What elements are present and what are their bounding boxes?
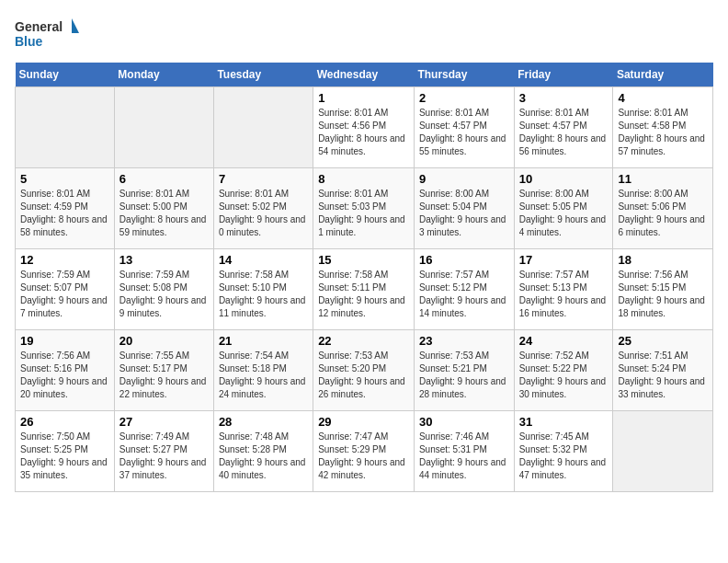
day-info: Sunrise: 8:00 AM Sunset: 5:06 PM Dayligh… bbox=[618, 188, 708, 239]
day-number: 31 bbox=[519, 415, 609, 429]
calendar-cell: 9Sunrise: 8:00 AM Sunset: 5:04 PM Daylig… bbox=[414, 168, 514, 249]
day-number: 28 bbox=[219, 415, 308, 429]
calendar-cell: 10Sunrise: 8:00 AM Sunset: 5:05 PM Dayli… bbox=[514, 168, 613, 249]
day-info: Sunrise: 8:00 AM Sunset: 5:04 PM Dayligh… bbox=[419, 188, 509, 239]
calendar-cell bbox=[114, 87, 213, 168]
day-number: 19 bbox=[20, 334, 109, 348]
calendar-cell bbox=[613, 411, 713, 492]
day-info: Sunrise: 7:47 AM Sunset: 5:29 PM Dayligh… bbox=[318, 431, 409, 482]
calendar-cell: 23Sunrise: 7:53 AM Sunset: 5:21 PM Dayli… bbox=[414, 330, 514, 411]
calendar-cell: 4Sunrise: 8:01 AM Sunset: 4:58 PM Daylig… bbox=[613, 87, 713, 168]
calendar-cell: 8Sunrise: 8:01 AM Sunset: 5:03 PM Daylig… bbox=[313, 168, 415, 249]
day-info: Sunrise: 7:57 AM Sunset: 5:13 PM Dayligh… bbox=[519, 269, 609, 320]
logo: General Blue bbox=[15, 15, 79, 55]
day-info: Sunrise: 7:57 AM Sunset: 5:12 PM Dayligh… bbox=[419, 269, 509, 320]
weekday-header-row: SundayMondayTuesdayWednesdayThursdayFrid… bbox=[16, 63, 713, 87]
day-info: Sunrise: 8:01 AM Sunset: 4:56 PM Dayligh… bbox=[318, 107, 409, 158]
day-number: 25 bbox=[618, 334, 708, 348]
calendar-cell: 11Sunrise: 8:00 AM Sunset: 5:06 PM Dayli… bbox=[613, 168, 713, 249]
calendar-cell: 25Sunrise: 7:51 AM Sunset: 5:24 PM Dayli… bbox=[613, 330, 713, 411]
weekday-thursday: Thursday bbox=[414, 63, 514, 87]
calendar-cell: 14Sunrise: 7:58 AM Sunset: 5:10 PM Dayli… bbox=[213, 249, 313, 330]
day-info: Sunrise: 7:58 AM Sunset: 5:11 PM Dayligh… bbox=[318, 269, 409, 320]
day-info: Sunrise: 7:52 AM Sunset: 5:22 PM Dayligh… bbox=[519, 350, 609, 401]
weekday-wednesday: Wednesday bbox=[313, 63, 415, 87]
day-number: 10 bbox=[519, 172, 609, 186]
calendar-cell: 13Sunrise: 7:59 AM Sunset: 5:08 PM Dayli… bbox=[114, 249, 213, 330]
calendar-cell: 15Sunrise: 7:58 AM Sunset: 5:11 PM Dayli… bbox=[313, 249, 415, 330]
day-info: Sunrise: 8:01 AM Sunset: 5:02 PM Dayligh… bbox=[219, 188, 308, 239]
week-row-1: 5Sunrise: 8:01 AM Sunset: 4:59 PM Daylig… bbox=[16, 168, 713, 249]
day-info: Sunrise: 8:01 AM Sunset: 4:58 PM Dayligh… bbox=[618, 107, 708, 158]
weekday-friday: Friday bbox=[514, 63, 613, 87]
weekday-tuesday: Tuesday bbox=[213, 63, 313, 87]
day-number: 22 bbox=[318, 334, 409, 348]
calendar-cell bbox=[16, 87, 115, 168]
calendar-cell: 29Sunrise: 7:47 AM Sunset: 5:29 PM Dayli… bbox=[313, 411, 415, 492]
day-number: 29 bbox=[318, 415, 409, 429]
calendar-table: SundayMondayTuesdayWednesdayThursdayFrid… bbox=[15, 63, 713, 492]
calendar-cell: 27Sunrise: 7:49 AM Sunset: 5:27 PM Dayli… bbox=[114, 411, 213, 492]
week-row-4: 26Sunrise: 7:50 AM Sunset: 5:25 PM Dayli… bbox=[16, 411, 713, 492]
calendar-cell: 2Sunrise: 8:01 AM Sunset: 4:57 PM Daylig… bbox=[414, 87, 514, 168]
day-info: Sunrise: 7:59 AM Sunset: 5:08 PM Dayligh… bbox=[119, 269, 209, 320]
day-info: Sunrise: 7:48 AM Sunset: 5:28 PM Dayligh… bbox=[219, 431, 308, 482]
day-number: 11 bbox=[618, 172, 708, 186]
calendar-cell: 22Sunrise: 7:53 AM Sunset: 5:20 PM Dayli… bbox=[313, 330, 415, 411]
day-info: Sunrise: 8:01 AM Sunset: 4:57 PM Dayligh… bbox=[519, 107, 609, 158]
day-info: Sunrise: 8:01 AM Sunset: 5:00 PM Dayligh… bbox=[119, 188, 209, 239]
day-number: 9 bbox=[419, 172, 509, 186]
day-info: Sunrise: 7:49 AM Sunset: 5:27 PM Dayligh… bbox=[119, 431, 209, 482]
day-number: 18 bbox=[618, 253, 708, 267]
day-info: Sunrise: 7:46 AM Sunset: 5:31 PM Dayligh… bbox=[419, 431, 509, 482]
day-info: Sunrise: 7:59 AM Sunset: 5:07 PM Dayligh… bbox=[20, 269, 109, 320]
day-info: Sunrise: 7:55 AM Sunset: 5:17 PM Dayligh… bbox=[119, 350, 209, 401]
day-number: 14 bbox=[219, 253, 308, 267]
day-info: Sunrise: 7:56 AM Sunset: 5:15 PM Dayligh… bbox=[618, 269, 708, 320]
day-number: 8 bbox=[318, 172, 409, 186]
calendar-cell bbox=[213, 87, 313, 168]
calendar-cell: 17Sunrise: 7:57 AM Sunset: 5:13 PM Dayli… bbox=[514, 249, 613, 330]
day-info: Sunrise: 8:00 AM Sunset: 5:05 PM Dayligh… bbox=[519, 188, 609, 239]
calendar-cell: 3Sunrise: 8:01 AM Sunset: 4:57 PM Daylig… bbox=[514, 87, 613, 168]
svg-marker-2 bbox=[72, 18, 79, 33]
day-number: 27 bbox=[119, 415, 209, 429]
calendar-header: SundayMondayTuesdayWednesdayThursdayFrid… bbox=[16, 63, 713, 87]
day-number: 16 bbox=[419, 253, 509, 267]
calendar-cell: 30Sunrise: 7:46 AM Sunset: 5:31 PM Dayli… bbox=[414, 411, 514, 492]
day-number: 21 bbox=[219, 334, 308, 348]
calendar-cell: 18Sunrise: 7:56 AM Sunset: 5:15 PM Dayli… bbox=[613, 249, 713, 330]
week-row-0: 1Sunrise: 8:01 AM Sunset: 4:56 PM Daylig… bbox=[16, 87, 713, 168]
day-number: 20 bbox=[119, 334, 209, 348]
day-number: 1 bbox=[318, 91, 409, 105]
day-number: 26 bbox=[20, 415, 109, 429]
day-info: Sunrise: 7:51 AM Sunset: 5:24 PM Dayligh… bbox=[618, 350, 708, 401]
weekday-sunday: Sunday bbox=[16, 63, 115, 87]
svg-text:General: General bbox=[15, 19, 63, 34]
day-info: Sunrise: 7:53 AM Sunset: 5:21 PM Dayligh… bbox=[419, 350, 509, 401]
day-number: 15 bbox=[318, 253, 409, 267]
day-number: 3 bbox=[519, 91, 609, 105]
day-number: 5 bbox=[20, 172, 109, 186]
weekday-monday: Monday bbox=[114, 63, 213, 87]
weekday-saturday: Saturday bbox=[613, 63, 713, 87]
day-info: Sunrise: 7:56 AM Sunset: 5:16 PM Dayligh… bbox=[20, 350, 109, 401]
calendar-cell: 31Sunrise: 7:45 AM Sunset: 5:32 PM Dayli… bbox=[514, 411, 613, 492]
day-number: 4 bbox=[618, 91, 708, 105]
day-number: 2 bbox=[419, 91, 509, 105]
day-info: Sunrise: 7:54 AM Sunset: 5:18 PM Dayligh… bbox=[219, 350, 308, 401]
day-number: 17 bbox=[519, 253, 609, 267]
calendar-cell: 6Sunrise: 8:01 AM Sunset: 5:00 PM Daylig… bbox=[114, 168, 213, 249]
day-number: 13 bbox=[119, 253, 209, 267]
calendar-cell: 5Sunrise: 8:01 AM Sunset: 4:59 PM Daylig… bbox=[16, 168, 115, 249]
calendar-cell: 24Sunrise: 7:52 AM Sunset: 5:22 PM Dayli… bbox=[514, 330, 613, 411]
day-number: 24 bbox=[519, 334, 609, 348]
day-info: Sunrise: 7:45 AM Sunset: 5:32 PM Dayligh… bbox=[519, 431, 609, 482]
day-info: Sunrise: 7:58 AM Sunset: 5:10 PM Dayligh… bbox=[219, 269, 308, 320]
calendar-cell: 7Sunrise: 8:01 AM Sunset: 5:02 PM Daylig… bbox=[213, 168, 313, 249]
calendar-cell: 1Sunrise: 8:01 AM Sunset: 4:56 PM Daylig… bbox=[313, 87, 415, 168]
calendar-cell: 21Sunrise: 7:54 AM Sunset: 5:18 PM Dayli… bbox=[213, 330, 313, 411]
calendar-cell: 16Sunrise: 7:57 AM Sunset: 5:12 PM Dayli… bbox=[414, 249, 514, 330]
calendar-body: 1Sunrise: 8:01 AM Sunset: 4:56 PM Daylig… bbox=[16, 87, 713, 492]
day-number: 7 bbox=[219, 172, 308, 186]
